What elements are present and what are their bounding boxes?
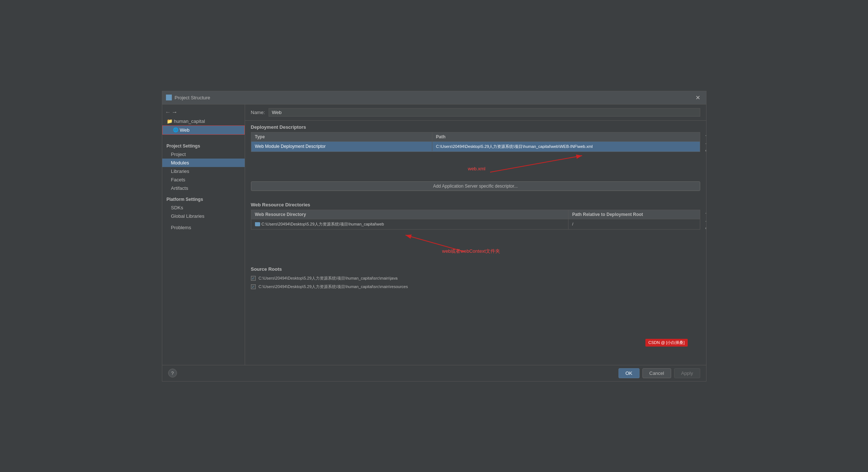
resource-directory-header: Web Resource Directory xyxy=(251,210,568,219)
project-structure-dialog: Project Structure ✕ ← → 📁 human_capital … xyxy=(162,91,706,381)
add-descriptor-row-button[interactable]: + xyxy=(703,132,706,139)
source-root-resources-path: C:\Users\20494\Desktop\5.29人力资源系统\项目\hum… xyxy=(259,284,408,290)
resource-table: Web Resource Directory Path Relative to … xyxy=(251,210,700,230)
title-bar-left: Project Structure xyxy=(166,95,210,100)
nav-forward-button[interactable]: → xyxy=(172,109,178,116)
nav-item-project[interactable]: Project xyxy=(162,150,245,159)
dialog-body: ← → 📁 human_capital 🌐 Web Project Settin… xyxy=(162,104,706,365)
source-root-resources: C:\Users\20494\Desktop\5.29人力资源系统\项目\hum… xyxy=(251,283,700,291)
tree-root-label: human_capital xyxy=(174,118,205,124)
edit-descriptor-row-button[interactable]: ✎ xyxy=(703,148,706,155)
path-column-header: Path xyxy=(432,132,700,141)
source-roots-section: Source Roots C:\Users\20494\Desktop\5.29… xyxy=(245,259,706,291)
folder-icon: 📁 xyxy=(167,118,173,124)
title-bar: Project Structure ✕ xyxy=(162,91,706,104)
nav-item-problems-label: Problems xyxy=(171,225,191,230)
help-button[interactable]: ? xyxy=(168,369,177,377)
nav-item-sdks-label: SDKs xyxy=(171,205,183,210)
footer-right: OK Cancel Apply xyxy=(619,368,700,378)
nav-item-facets-label: Facets xyxy=(171,177,185,182)
web-module-icon: 🌐 xyxy=(173,127,178,132)
resource-table-header: Web Resource Directory Path Relative to … xyxy=(251,210,700,219)
dialog-title: Project Structure xyxy=(175,95,210,100)
nav-item-global-libraries[interactable]: Global Libraries xyxy=(162,212,245,220)
deployment-table-header: Type Path xyxy=(251,132,700,142)
nav-item-problems[interactable]: Problems xyxy=(162,223,245,232)
project-settings-header: Project Settings xyxy=(162,142,245,150)
source-root-java-checkbox[interactable] xyxy=(251,276,256,281)
source-root-resources-checkbox[interactable] xyxy=(251,284,256,289)
deployment-descriptors-title: Deployment Descriptors xyxy=(245,121,706,132)
name-label: Name: xyxy=(251,110,265,115)
platform-settings-header: Platform Settings xyxy=(162,195,245,203)
source-roots-title: Source Roots xyxy=(251,263,700,274)
nav-item-facets[interactable]: Facets xyxy=(162,175,245,184)
nav-item-modules[interactable]: Modules xyxy=(162,159,245,167)
web-context-annotation-area: web或者webContext文件夹 xyxy=(251,230,700,259)
nav-item-modules-label: Modules xyxy=(171,160,189,166)
nav-item-global-libraries-label: Global Libraries xyxy=(171,213,205,219)
csdn-badge: CSDN @ [小白择桑] xyxy=(645,339,688,347)
dialog-footer: ? OK Cancel Apply xyxy=(162,365,706,381)
nav-item-sdks[interactable]: SDKs xyxy=(162,203,245,212)
csdn-badge-text: CSDN @ [小白择桑] xyxy=(648,340,685,345)
table-row[interactable]: Web Module Deployment Descriptor C:\User… xyxy=(251,142,700,152)
dialog-icon xyxy=(166,95,172,100)
apply-button[interactable]: Apply xyxy=(674,368,700,378)
tree-child-label: Web xyxy=(180,127,190,133)
tree-root[interactable]: 📁 human_capital xyxy=(162,117,245,125)
type-cell: Web Module Deployment Descriptor xyxy=(251,142,432,151)
svg-line-5 xyxy=(490,156,582,172)
webxml-annotation-area: web.xml xyxy=(251,152,700,178)
remove-descriptor-row-button[interactable]: − xyxy=(703,140,706,148)
webcontext-arrow-svg xyxy=(251,230,700,259)
folder-icon xyxy=(255,222,260,226)
deployment-table: Type Path Web Module Deployment Descript… xyxy=(251,132,700,152)
remove-resource-row-button[interactable]: − xyxy=(703,218,706,225)
add-application-server-descriptor-button[interactable]: Add Application Server specific descript… xyxy=(251,181,700,191)
footer-left: ? xyxy=(168,369,616,377)
path-cell: C:\Users\20494\Desktop\5.29人力资源系统\项目\hum… xyxy=(432,142,700,152)
nav-back-fwd: ← → xyxy=(162,107,245,117)
resource-relative-cell: / xyxy=(568,220,700,228)
tree-child-web[interactable]: 🌐 Web xyxy=(162,125,245,135)
web-resource-dir-title: Web Resource Directories xyxy=(245,198,706,210)
left-panel: ← → 📁 human_capital 🌐 Web Project Settin… xyxy=(162,104,245,365)
nav-item-libraries[interactable]: Libraries xyxy=(162,167,245,175)
nav-item-project-label: Project xyxy=(171,152,186,157)
webxml-arrow-svg xyxy=(251,152,700,178)
name-input[interactable] xyxy=(269,108,700,117)
edit-resource-row-button[interactable]: ✎ xyxy=(703,226,706,233)
source-root-java: C:\Users\20494\Desktop\5.29人力资源系统\项目\hum… xyxy=(251,274,700,283)
right-panel: Name: Deployment Descriptors Type Path W… xyxy=(245,104,706,365)
type-column-header: Type xyxy=(251,132,432,141)
cancel-button[interactable]: Cancel xyxy=(642,368,671,378)
nav-item-artifacts[interactable]: Artifacts xyxy=(162,184,245,192)
webxml-annotation: web.xml xyxy=(468,166,486,171)
nav-back-button[interactable]: ← xyxy=(165,109,171,116)
source-root-java-path: C:\Users\20494\Desktop\5.29人力资源系统\项目\hum… xyxy=(259,276,398,281)
add-resource-row-button[interactable]: + xyxy=(703,210,706,217)
name-row: Name: xyxy=(245,104,706,121)
nav-item-libraries-label: Libraries xyxy=(171,168,189,174)
close-button[interactable]: ✕ xyxy=(693,93,702,102)
web-context-annotation: web或者webContext文件夹 xyxy=(442,248,500,255)
resource-dir-cell: C:\Users\20494\Desktop\5.29人力资源系统\项目\hum… xyxy=(251,219,568,229)
resource-table-row[interactable]: C:\Users\20494\Desktop\5.29人力资源系统\项目\hum… xyxy=(251,219,700,229)
nav-item-artifacts-label: Artifacts xyxy=(171,185,188,191)
ok-button[interactable]: OK xyxy=(619,368,640,378)
resource-path-header: Path Relative to Deployment Root xyxy=(568,210,700,219)
